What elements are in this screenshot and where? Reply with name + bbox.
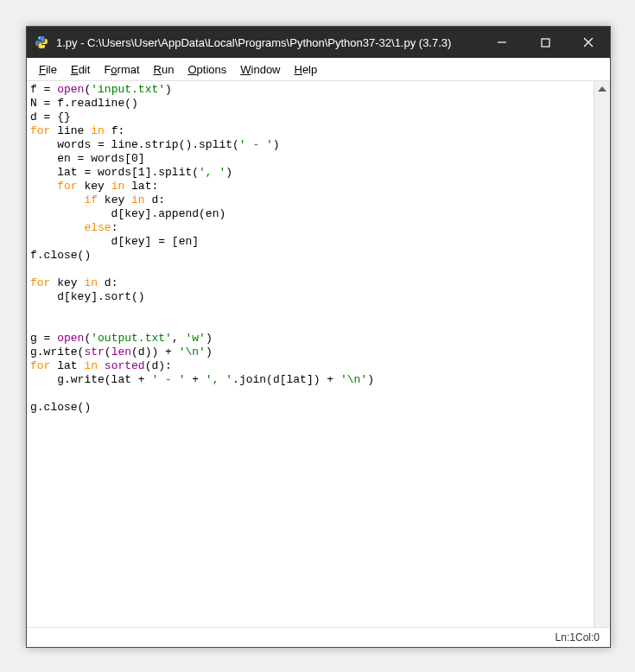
code-line bbox=[30, 263, 590, 276]
menu-help-label: H bbox=[295, 63, 302, 76]
code-line: d = {} bbox=[30, 111, 590, 124]
code-line: for lat in sorted(d): bbox=[30, 359, 590, 373]
menu-run[interactable]: Run bbox=[147, 61, 181, 78]
close-button[interactable] bbox=[567, 27, 610, 58]
svg-rect-3 bbox=[542, 39, 549, 47]
menu-run-label: R bbox=[154, 63, 162, 76]
status-col-value: 0 bbox=[594, 631, 600, 643]
code-line: g.write(str(len(d)) + '\n') bbox=[30, 346, 590, 359]
window-controls bbox=[480, 27, 610, 58]
window-title: 1.py - C:\Users\User\AppData\Local\Progr… bbox=[56, 36, 480, 49]
code-editor[interactable]: f = open('input.txt')N = f.readline()d =… bbox=[27, 81, 594, 627]
status-col-label: Col: bbox=[575, 631, 594, 643]
code-line: d[key].sort() bbox=[30, 290, 590, 304]
idle-window: 1.py - C:\Users\User\AppData\Local\Progr… bbox=[26, 26, 611, 648]
code-line: N = f.readline() bbox=[30, 97, 590, 111]
code-line: g.close() bbox=[30, 401, 590, 415]
code-line: f.close() bbox=[30, 249, 590, 263]
vertical-scrollbar[interactable] bbox=[594, 81, 610, 627]
maximize-button[interactable] bbox=[524, 27, 567, 58]
code-line: if key in d: bbox=[30, 193, 590, 207]
code-line: f = open('input.txt') bbox=[30, 83, 590, 97]
menu-format-label: o bbox=[111, 63, 117, 76]
code-line: d[key] = [en] bbox=[30, 235, 590, 249]
code-line: lat = words[1].split(', ') bbox=[30, 166, 590, 180]
menu-options-label: O bbox=[187, 63, 196, 76]
code-line: g = open('output.txt', 'w') bbox=[30, 332, 590, 346]
svg-point-0 bbox=[39, 37, 40, 38]
status-ln-label: Ln: bbox=[556, 631, 570, 643]
editor-area: f = open('input.txt')N = f.readline()d =… bbox=[27, 81, 610, 627]
menu-options[interactable]: Options bbox=[181, 61, 233, 78]
menubar: File Edit Format Run Options Window Help bbox=[27, 58, 610, 81]
code-line bbox=[30, 318, 590, 332]
code-line: for key in d: bbox=[30, 276, 590, 290]
menu-window-label: W bbox=[240, 63, 251, 76]
menu-edit-label: E bbox=[71, 63, 79, 76]
code-line bbox=[30, 387, 590, 401]
code-line: d[key].append(en) bbox=[30, 207, 590, 221]
code-line: g.write(lat + ' - ' + ', '.join(d[lat]) … bbox=[30, 373, 590, 387]
status-ln-value: 1 bbox=[569, 631, 575, 643]
menu-file[interactable]: File bbox=[32, 61, 64, 78]
python-icon bbox=[34, 35, 49, 50]
menu-format[interactable]: Format bbox=[97, 61, 146, 78]
titlebar[interactable]: 1.py - C:\Users\User\AppData\Local\Progr… bbox=[27, 27, 610, 58]
code-line: else: bbox=[30, 221, 590, 235]
code-line: for key in lat: bbox=[30, 180, 590, 193]
code-line: for line in f: bbox=[30, 124, 590, 138]
minimize-button[interactable] bbox=[480, 27, 524, 58]
statusbar: Ln: 1 Col: 0 bbox=[27, 627, 610, 647]
svg-point-1 bbox=[43, 47, 44, 48]
menu-window[interactable]: Window bbox=[233, 61, 287, 78]
code-line: words = line.strip().split(' - ') bbox=[30, 138, 590, 152]
menu-help[interactable]: Help bbox=[288, 61, 325, 78]
code-line bbox=[30, 304, 590, 318]
scroll-up-arrow[interactable] bbox=[594, 81, 610, 97]
code-line: en = words[0] bbox=[30, 152, 590, 166]
menu-edit[interactable]: Edit bbox=[64, 61, 97, 78]
menu-file-label: F bbox=[39, 63, 46, 76]
